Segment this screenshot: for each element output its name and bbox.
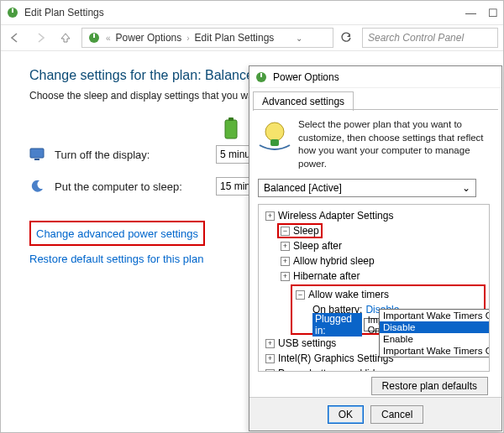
plus-icon[interactable]: + [281, 257, 290, 266]
dialog-buttons: OK Cancel [249, 397, 501, 430]
dialog-description: Select the power plan that you want to c… [298, 118, 493, 170]
dropdown-option[interactable]: Enable [380, 333, 490, 345]
sleep-label: Put the computer to sleep: [55, 180, 206, 193]
maximize-button[interactable]: ☐ [488, 7, 498, 19]
cancel-button[interactable]: Cancel [370, 405, 423, 424]
dropdown-option[interactable]: Important Wake Timers Only [380, 310, 490, 321]
advanced-settings-link[interactable]: Change advanced power settings [36, 227, 198, 240]
power-options-icon [255, 70, 268, 84]
plus-icon[interactable]: + [265, 211, 275, 221]
highlight-box: Change advanced power settings [29, 221, 205, 246]
restore-plan-defaults-button[interactable]: Restore plan defaults [371, 377, 488, 395]
navbar: « Power Options › Edit Plan Settings ⌄ S… [1, 24, 503, 51]
dialog-titlebar: Power Options [249, 66, 501, 88]
minus-icon[interactable]: − [296, 290, 305, 300]
forward-button[interactable] [31, 29, 50, 47]
tree-item-sleep-after[interactable]: +Sleep after [259, 238, 489, 253]
tree-item-allow-wake-timers[interactable]: −Allow wake timers [294, 287, 482, 302]
breadcrumb[interactable]: « Power Options › Edit Plan Settings ⌄ [81, 28, 333, 48]
restore-defaults-link[interactable]: Restore default settings for this plan [29, 253, 203, 265]
dropdown-option[interactable]: Important Wake Timers Only [380, 345, 490, 357]
svg-rect-11 [270, 139, 279, 146]
up-button[interactable] [56, 29, 75, 47]
search-input[interactable]: Search Control Panel [362, 28, 498, 48]
power-plan-icon [258, 118, 291, 152]
tree-item-hybrid[interactable]: +Allow hybrid sleep [259, 253, 489, 269]
display-icon [29, 147, 45, 162]
power-options-icon [87, 31, 101, 44]
refresh-button[interactable] [340, 32, 352, 44]
highlight-box: −Sleep [277, 223, 323, 238]
svg-rect-3 [93, 34, 95, 38]
tree-item-wireless[interactable]: +Wireless Adapter Settings [259, 208, 489, 223]
tree-item-hibernate[interactable]: +Hibernate after [259, 269, 489, 284]
chevron-down-icon[interactable]: ⌄ [279, 34, 302, 43]
sleep-icon [29, 179, 45, 194]
breadcrumb-item[interactable]: Edit Plan Settings [195, 32, 275, 44]
power-options-icon [6, 6, 19, 19]
plus-icon[interactable]: + [281, 242, 290, 251]
display-label: Turn off the display: [55, 149, 206, 161]
svg-point-10 [265, 123, 284, 141]
window-title: Edit Plan Settings [24, 7, 104, 18]
plan-combo[interactable]: Balanced [Active] ⌄ [258, 179, 476, 197]
tab-advanced-settings[interactable]: Advanced settings [253, 91, 354, 111]
plus-icon[interactable]: + [265, 339, 275, 348]
tabstrip: Advanced settings [249, 88, 501, 110]
power-options-dialog: Power Options Advanced settings Select t… [249, 65, 502, 431]
svg-rect-7 [34, 159, 39, 160]
plus-icon[interactable]: + [265, 354, 275, 363]
plus-icon[interactable]: + [281, 272, 290, 281]
dialog-title: Power Options [273, 71, 339, 83]
minus-icon[interactable]: − [281, 227, 290, 236]
chevron-left-icon: « [106, 34, 111, 43]
svg-rect-4 [225, 120, 237, 138]
svg-rect-1 [12, 8, 13, 13]
settings-tree[interactable]: +Wireless Adapter Settings −Sleep +Sleep… [258, 204, 490, 372]
ok-button[interactable]: OK [328, 405, 364, 424]
plugged-in-dropdown[interactable]: Important Wake Timers Only Disable Enabl… [379, 309, 490, 357]
minimize-button[interactable]: — [465, 7, 476, 19]
chevron-right-icon: › [186, 34, 189, 43]
breadcrumb-item[interactable]: Power Options [116, 32, 182, 44]
tree-item-power-buttons[interactable]: +Power buttons and lid [259, 366, 489, 372]
svg-rect-5 [228, 117, 234, 121]
battery-icon [223, 117, 239, 140]
chevron-down-icon: ⌄ [462, 182, 470, 194]
dropdown-option-selected[interactable]: Disable [380, 321, 490, 333]
search-placeholder: Search Control Panel [368, 32, 464, 44]
plus-icon[interactable]: + [265, 369, 275, 373]
svg-rect-9 [260, 73, 262, 77]
titlebar: Edit Plan Settings — ☐ [1, 1, 503, 24]
back-button[interactable] [6, 29, 24, 47]
svg-rect-6 [30, 149, 44, 158]
tree-item-sleep[interactable]: Sleep [293, 225, 319, 237]
